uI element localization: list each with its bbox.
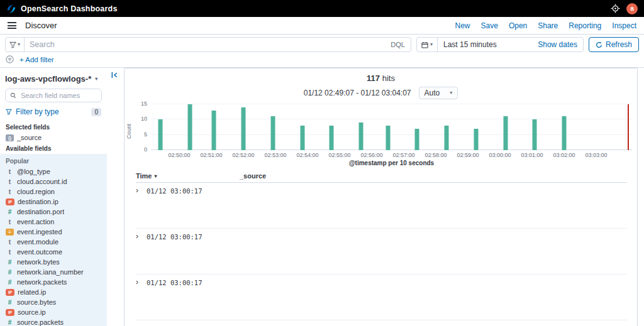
y-tick-label: 10 [141, 116, 147, 122]
x-tick-label: 02:56:00 [361, 152, 383, 158]
histogram-bar[interactable] [562, 116, 567, 150]
field-name: related.ip [18, 288, 46, 296]
histogram-bar[interactable] [270, 116, 275, 150]
field-name: source.bytes [17, 298, 56, 306]
field-name: cloud.region [17, 188, 55, 195]
field-name: event.ingested [17, 228, 62, 236]
histogram-bar[interactable] [503, 116, 508, 150]
field-item-@log_type[interactable]: t@log_type [0, 166, 107, 177]
index-pattern-selector[interactable]: log-aws-vpcflowlogs-* ▾ [0, 68, 107, 87]
nav-action-open[interactable]: Open [509, 21, 527, 30]
nav-action-inspect[interactable]: Inspect [612, 21, 636, 30]
current-time-marker [628, 104, 629, 150]
histogram-bar[interactable] [533, 119, 537, 150]
nav-action-new[interactable]: New [455, 21, 470, 30]
histogram-bar[interactable] [415, 129, 419, 150]
field-item-event.action[interactable]: tevent.action [0, 217, 107, 227]
settings-icon[interactable] [611, 4, 620, 13]
refresh-icon [596, 41, 602, 48]
show-dates-button[interactable]: Show dates [538, 40, 583, 49]
number-type-icon: # [6, 299, 14, 306]
number-type-icon: # [6, 209, 14, 215]
field-item-destination.port[interactable]: #destination.port [0, 207, 107, 217]
field-search-input[interactable] [19, 91, 97, 100]
add-filter-button[interactable]: + Add filter [19, 56, 54, 63]
date-picker-button[interactable]: ▾ [417, 38, 438, 52]
search-input[interactable] [25, 40, 385, 49]
expand-row-icon[interactable]: › [136, 187, 147, 228]
table-row: ›01/12 03:00:17 [136, 229, 627, 274]
histogram-bar[interactable] [445, 126, 449, 150]
time-range-value[interactable]: Last 15 minutes [438, 40, 538, 49]
field-item-source.ip[interactable]: IPsource.ip [0, 307, 107, 317]
y-tick-label: 15 [141, 101, 147, 107]
field-item-source.bytes[interactable]: #source.bytes [0, 297, 107, 307]
chart-header: 01/12 02:49:07 - 01/12 03:04:07 Auto ▾ [125, 87, 637, 99]
field-item-source.packets[interactable]: #source.packets [0, 317, 107, 326]
histogram-bar[interactable] [212, 111, 216, 150]
sort-desc-icon: ▾ [154, 173, 157, 179]
field-item-event.outcome[interactable]: tevent.outcome [0, 247, 107, 257]
x-tick-label: 03:02:00 [553, 152, 575, 158]
discover-panel: 117 hits 01/12 02:49:07 - 01/12 03:04:07… [124, 68, 638, 326]
query-language-button[interactable]: DQL [385, 41, 411, 48]
index-pattern-name: log-aws-vpcflowlogs-* [5, 74, 91, 84]
histogram-bar[interactable] [242, 107, 246, 150]
opensearch-logo-icon[interactable] [6, 4, 16, 14]
menu-icon[interactable] [8, 22, 16, 29]
time-column-header[interactable]: Time ▾ [136, 172, 240, 180]
histogram-chart: Count 051015 02:50:0002:51:0002:52:0002:… [127, 104, 632, 166]
string-type-icon: t [6, 178, 14, 185]
plot-area[interactable] [151, 104, 632, 150]
nav-action-reporting[interactable]: Reporting [569, 21, 601, 30]
documents-table: Time ▾ _source ›01/12 03:00:17›01/12 03:… [136, 172, 627, 320]
time-range-display: 01/12 02:49:07 - 01/12 03:04:07 [304, 89, 411, 97]
number-type-icon: # [6, 319, 14, 326]
filter-by-type-button[interactable]: Filter by type 0 [0, 107, 107, 121]
expand-row-icon[interactable]: › [136, 233, 147, 274]
histogram-bar[interactable] [188, 104, 192, 150]
histogram-bar[interactable] [359, 122, 364, 150]
page-title: Discover [25, 21, 57, 30]
y-tick-label: 0 [144, 146, 147, 153]
field-item-network.bytes[interactable]: #network.bytes [0, 257, 107, 267]
field-item-event.ingested[interactable]: ≡event.ingested [0, 227, 107, 237]
field-item-network.packets[interactable]: #network.packets [0, 277, 107, 287]
x-tick-label: 03:03:00 [586, 152, 608, 158]
chevron-down-icon: ▾ [95, 77, 97, 82]
field-name: destination.ip [18, 198, 58, 205]
popular-fields-list: t@log_typetcloud.account.idtcloud.region… [0, 166, 107, 326]
expand-row-icon[interactable]: › [136, 279, 147, 320]
field-item-cloud.account.id[interactable]: tcloud.account.id [0, 177, 107, 187]
histogram-bar[interactable] [474, 129, 478, 150]
field-item-network.iana_number[interactable]: #network.iana_number [0, 267, 107, 277]
field-item-destination.ip[interactable]: IPdestination.ip [0, 197, 107, 207]
chevron-down-icon: ▾ [18, 42, 20, 47]
collapse-sidebar-icon[interactable] [111, 71, 119, 79]
global-filter-icon[interactable] [6, 55, 14, 63]
nav-action-share[interactable]: Share [538, 21, 558, 30]
field-item-related.ip[interactable]: IPrelated.ip [0, 287, 107, 297]
field-item-event.module[interactable]: tevent.module [0, 237, 107, 247]
interval-select[interactable]: Auto ▾ [419, 87, 458, 99]
row-time: 01/12 03:00:17 [147, 279, 240, 320]
saved-queries-button[interactable]: ▾ [6, 38, 25, 52]
string-type-icon: t [6, 249, 14, 256]
histogram-bar[interactable] [386, 126, 390, 150]
y-axis-label: Count [126, 124, 132, 139]
calendar-icon [421, 41, 428, 48]
field-item-_source[interactable]: {}_source [0, 133, 107, 143]
x-axis-title: @timestamp per 10 seconds [151, 159, 632, 166]
user-avatar[interactable]: a [626, 3, 638, 14]
string-type-icon: t [6, 219, 14, 225]
search-icon [10, 92, 16, 99]
filter-funnel-icon [6, 109, 12, 115]
selected-fields-list: {}_source [0, 133, 107, 143]
histogram-bar[interactable] [330, 126, 334, 150]
field-item-cloud.region[interactable]: tcloud.region [0, 187, 107, 197]
nav-action-save[interactable]: Save [481, 21, 498, 30]
refresh-button[interactable]: Refresh [589, 37, 639, 52]
field-search-box [5, 89, 102, 102]
histogram-bar[interactable] [300, 126, 304, 150]
histogram-bar[interactable] [158, 119, 163, 150]
